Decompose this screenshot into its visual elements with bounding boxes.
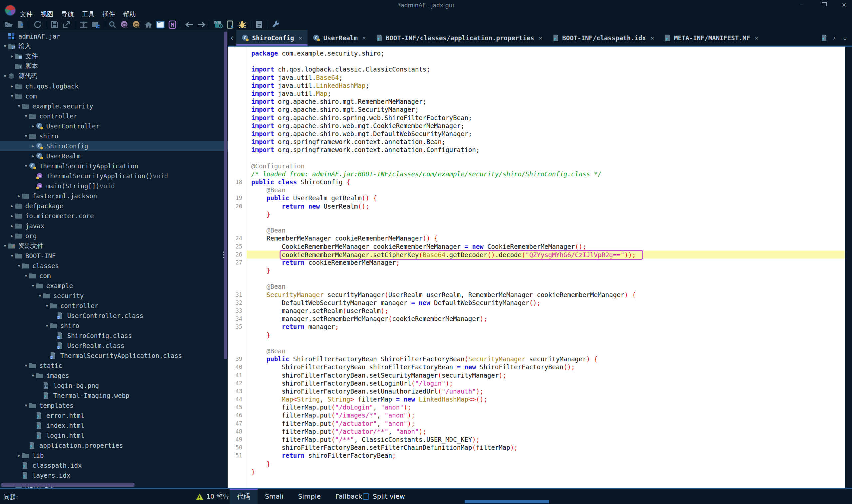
code-line[interactable]: 41 shiroFilterFactoryBean.setSecurityMan… (228, 371, 845, 379)
code-line[interactable]: } (228, 468, 845, 476)
tree-item-资源文件[interactable]: ▼资源文件 (0, 241, 228, 251)
code-line[interactable]: @Bean (228, 226, 845, 234)
tree-item-ThermalSecurityApplication[interactable]: ▼CThermalSecurityApplication (0, 161, 228, 171)
close-button[interactable]: ✕ (841, 2, 847, 8)
code-line[interactable]: import org.apache.shiro.mgt.RememberMeMa… (228, 97, 845, 106)
code-line[interactable] (228, 154, 845, 162)
flatten-packages-button[interactable] (77, 20, 90, 30)
tree-item-com[interactable]: ▼com (0, 271, 228, 281)
tree-item-example.security[interactable]: ▼example.security (0, 101, 228, 111)
menu-插件[interactable]: 插件 (99, 9, 119, 19)
tree-closed-arrow-icon[interactable]: ▶ (9, 234, 15, 238)
tree-item-controller[interactable]: ▼controller (0, 301, 228, 311)
tree-item-UserRealm.class[interactable]: JUserRealm.class (0, 341, 228, 350)
panel-splitter-handle[interactable] (223, 250, 225, 259)
code-line[interactable]: 45 filterMap.put("/doLogin", "anon"); (228, 403, 845, 411)
code-line[interactable]: @Configuration (228, 162, 845, 170)
menu-帮助[interactable]: 帮助 (119, 9, 140, 19)
tree-open-arrow-icon[interactable]: ▼ (23, 134, 29, 138)
tree-open-arrow-icon[interactable]: ▼ (2, 244, 8, 248)
split-view-toggle[interactable]: Split view (363, 492, 405, 500)
tree-item-ShiroConfig[interactable]: ▶CShiroConfig (0, 141, 228, 151)
tab-ShiroConfig[interactable]: CShiroConfig✕ (236, 30, 307, 46)
code-line[interactable]: import org.springframework.context.annot… (228, 138, 845, 146)
tree-closed-arrow-icon[interactable]: ▶ (16, 194, 22, 198)
tree-item-UserController.class[interactable]: JUserController.class (0, 311, 228, 321)
code-line[interactable] (228, 218, 845, 226)
tree-item-输入[interactable]: ▼输入 (0, 41, 228, 51)
tree-item-login-bg.png[interactable]: login-bg.png (0, 381, 228, 391)
tab-BOOT-INF/classpath.idx[interactable]: ?BOOT-INF/classpath.idx✕ (548, 30, 659, 46)
tree-closed-arrow-icon[interactable]: ▶ (9, 214, 15, 218)
tree-closed-arrow-icon[interactable]: ▶ (9, 84, 15, 89)
code-line[interactable]: 40 ShiroFilterFactoryBean shiroFilterFac… (228, 363, 845, 371)
tree-closed-arrow-icon[interactable]: ▶ (9, 203, 15, 208)
tree-item-源代码[interactable]: ▼源代码 (0, 71, 228, 81)
main-activity-button[interactable]: M (166, 20, 178, 30)
code-line[interactable]: 33 manager.setRealm(userRealm); (228, 307, 845, 315)
tree-item-layers.idx[interactable]: ?layers.idx (0, 470, 228, 480)
tree-item-security[interactable]: ▼security (0, 291, 228, 301)
tree-open-arrow-icon[interactable]: ▼ (2, 44, 8, 49)
tree-closed-arrow-icon[interactable]: ▶ (9, 54, 15, 58)
tree-item-controller[interactable]: ▼controller (0, 111, 228, 121)
sync-with-editor-button[interactable] (90, 20, 102, 30)
tree-item-UserRealm[interactable]: ▶CUserRealm (0, 151, 228, 161)
tree-open-arrow-icon[interactable]: ▼ (2, 74, 8, 78)
tree-item-templates[interactable]: ▼templates (0, 400, 228, 411)
tree-open-arrow-icon[interactable]: ▼ (9, 253, 15, 258)
code-line[interactable]: /* loaded from: adminAF.jar:BOOT-INF/cla… (228, 170, 845, 178)
tree-item-error.html[interactable]: ?error.html (0, 411, 228, 420)
code-line[interactable]: @Bean (228, 283, 845, 290)
view-tab-Smali[interactable]: Smali (258, 489, 291, 504)
preferences-button[interactable] (270, 20, 282, 30)
tab-close-icon[interactable]: ✕ (299, 35, 302, 41)
debug-bug-button[interactable] (236, 20, 248, 30)
view-tab-代码[interactable]: 代码 (230, 489, 258, 504)
tab-UserRealm[interactable]: CUserRealm✕ (307, 30, 371, 46)
code-line[interactable]: 47 filterMap.put("/actuator", "anon"); (228, 419, 845, 428)
menu-工具[interactable]: 工具 (78, 9, 99, 19)
export-button[interactable] (60, 20, 73, 30)
code-line[interactable]: 43 shiroFilterFactoryBean.setUnauthorize… (228, 387, 845, 395)
code-line[interactable]: import org.springframework.context.annot… (228, 146, 845, 154)
tree-open-arrow-icon[interactable]: ▼ (44, 303, 50, 308)
tree-item-文件[interactable]: ▶文件 (0, 51, 228, 61)
tree-item-org[interactable]: ▶org (0, 231, 228, 241)
tree-item-shiro[interactable]: ▼shiro (0, 321, 228, 331)
tree-item-io.micrometer.core[interactable]: ▶io.micrometer.core (0, 211, 228, 221)
code-line[interactable]: 31 SecurityManager securityManager(UserR… (228, 291, 845, 299)
tree-item-example[interactable]: ▼example (0, 281, 228, 291)
tab-close-icon[interactable]: ✕ (651, 35, 654, 41)
tree-item-javax[interactable]: ▶javax (0, 221, 228, 231)
code-line[interactable]: 18public class ShiroConfig { (228, 178, 845, 186)
tree-open-arrow-icon[interactable]: ▼ (37, 293, 43, 298)
code-line[interactable]: 44 Map<String, String> filterMap = new L… (228, 395, 845, 403)
code-line[interactable] (228, 57, 845, 65)
code-line[interactable] (228, 274, 845, 283)
warnings-indicator[interactable]: 10 警告 (196, 492, 229, 501)
code-line[interactable]: import java.util.LinkedHashMap; (228, 82, 845, 89)
menu-导航[interactable]: 导航 (57, 9, 78, 19)
code-line[interactable]: 51 return shiroFilterFactoryBean; (228, 451, 845, 460)
forward-button[interactable] (195, 20, 207, 30)
code-editor[interactable]: package com.example.security.shiro;impor… (228, 47, 845, 488)
menu-视图[interactable]: 视图 (37, 9, 57, 19)
back-button[interactable] (183, 20, 195, 30)
tree-item-classpath.idx[interactable]: ?classpath.idx (0, 461, 228, 470)
code-line[interactable]: 49 filterMap.put("/**", ClassicConstants… (228, 435, 845, 444)
tab-close-icon[interactable]: ✕ (539, 35, 542, 41)
tree-item-static[interactable]: ▼static (0, 361, 228, 371)
tab-BOOT-INF/classes/application.properties[interactable]: ?BOOT-INF/classes/application.properties… (371, 30, 548, 46)
tree-item-ThermalSecurityApplication()[interactable]: mThermalSecurityApplication() void (0, 171, 228, 181)
tree-item-ch.qos.logback[interactable]: ▶ch.qos.logback (0, 81, 228, 91)
code-line[interactable]: 24 RememberMeManager cookieRememberMeMan… (228, 234, 845, 242)
tree-open-arrow-icon[interactable]: ▼ (23, 114, 29, 119)
code-line[interactable] (228, 339, 845, 347)
code-line[interactable]: import org.apache.shiro.mgt.SecurityMana… (228, 106, 845, 113)
code-line[interactable]: 42 shiroFilterFactoryBean.setLoginUrl("/… (228, 379, 845, 387)
code-line[interactable]: import org.apache.shiro.web.mgt.CookieRe… (228, 122, 845, 130)
code-line[interactable]: } (228, 331, 845, 339)
tree-closed-arrow-icon[interactable]: ▶ (30, 124, 36, 128)
tree-item-main(String[])[interactable]: mmain(String[]) void (0, 181, 228, 191)
